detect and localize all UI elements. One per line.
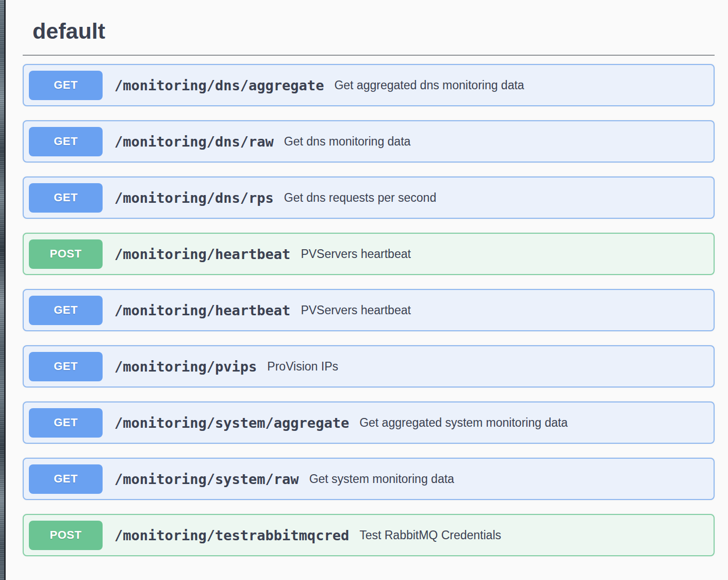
http-method-badge: GET	[29, 464, 103, 494]
endpoint-summary: Get system monitoring data	[309, 472, 454, 486]
endpoint-row[interactable]: GET /monitoring/heartbeat PVServers hear…	[23, 289, 715, 331]
endpoint-row[interactable]: GET /monitoring/pvips ProVision IPs	[23, 345, 715, 388]
endpoint-row[interactable]: POST /monitoring/heartbeat PVServers hea…	[23, 233, 715, 275]
endpoint-summary: Test RabbitMQ Credentials	[359, 528, 501, 542]
http-method-badge: POST	[29, 239, 103, 269]
section-divider	[23, 55, 715, 56]
endpoint-path: /monitoring/dns/raw	[114, 134, 274, 150]
http-method-badge: POST	[29, 521, 103, 550]
endpoint-path: /monitoring/dns/aggregate	[114, 77, 324, 93]
endpoint-summary: PVServers heartbeat	[301, 247, 411, 261]
endpoint-summary: ProVision IPs	[267, 360, 338, 374]
endpoint-path: /monitoring/system/raw	[114, 471, 299, 487]
endpoint-row[interactable]: GET /monitoring/system/aggregate Get agg…	[23, 401, 715, 444]
endpoint-path: /monitoring/heartbeat	[114, 302, 290, 318]
endpoint-summary: PVServers heartbeat	[301, 303, 411, 317]
swagger-content-panel: default GET /monitoring/dns/aggregate Ge…	[6, 0, 728, 580]
http-method-badge: GET	[29, 183, 103, 213]
endpoint-row[interactable]: GET /monitoring/dns/rps Get dns requests…	[23, 176, 715, 219]
endpoint-path: /monitoring/pvips	[114, 359, 257, 375]
endpoint-row[interactable]: POST /monitoring/testrabbitmqcred Test R…	[23, 514, 715, 556]
http-method-badge: GET	[29, 296, 103, 325]
endpoint-path: /monitoring/dns/rps	[114, 190, 274, 206]
http-method-badge: GET	[29, 352, 103, 381]
http-method-badge: GET	[29, 408, 103, 438]
endpoint-row[interactable]: GET /monitoring/system/raw Get system mo…	[23, 458, 715, 500]
endpoint-path: /monitoring/system/aggregate	[114, 415, 349, 431]
endpoint-path: /monitoring/testrabbitmqcred	[114, 527, 349, 543]
http-method-badge: GET	[29, 71, 103, 100]
endpoint-summary: Get aggregated dns monitoring data	[334, 78, 524, 92]
api-section-title: default	[32, 19, 728, 44]
endpoint-row[interactable]: GET /monitoring/dns/raw Get dns monitori…	[23, 120, 715, 163]
endpoint-row[interactable]: GET /monitoring/dns/aggregate Get aggreg…	[23, 64, 715, 106]
endpoint-summary: Get dns requests per second	[284, 191, 436, 205]
endpoint-path: /monitoring/heartbeat	[114, 246, 290, 262]
endpoint-summary: Get dns monitoring data	[284, 135, 410, 149]
desktop-wallpaper-strip	[0, 0, 4, 580]
endpoint-list: GET /monitoring/dns/aggregate Get aggreg…	[23, 64, 715, 556]
http-method-badge: GET	[29, 127, 103, 156]
endpoint-summary: Get aggregated system monitoring data	[359, 416, 568, 430]
